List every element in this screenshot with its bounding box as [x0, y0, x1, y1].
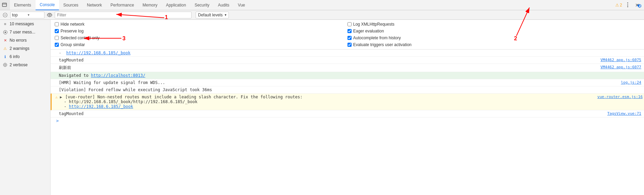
warning-entry-icon: ⚠	[53, 94, 60, 99]
log-entry-tagmounted-1: tagMounted VM4462 app.js:6075	[51, 57, 644, 64]
log-entry-hmr-content: [HMR] Waiting for update signal from WDS…	[59, 80, 618, 85]
clear-console-button[interactable]	[1, 11, 9, 19]
group-similar-option[interactable]: Group similar	[55, 42, 347, 48]
log-source-hmr[interactable]: log.js:24	[621, 80, 641, 85]
hide-network-label: Hide network	[61, 22, 84, 27]
sidebar-item-verbose-label: 2 verbose	[10, 62, 28, 67]
autocomplete-option[interactable]: Autocomplete from history	[347, 35, 640, 41]
levels-chevron-icon: ▾	[225, 13, 226, 17]
svg-rect-0	[2, 3, 6, 6]
verbose-icon	[3, 62, 8, 67]
info-icon: ℹ	[3, 54, 8, 59]
log-xml-label: Log XMLHttpRequests	[353, 22, 395, 27]
log-entry-tagmounted-2-content: tagMounted	[59, 111, 605, 116]
tab-elements[interactable]: Elements	[10, 0, 36, 10]
log-source-tagmounted-2[interactable]: TagsView.vue:71	[607, 111, 641, 116]
autocomplete-checkbox[interactable]	[347, 36, 352, 40]
all-messages-icon: ≡	[3, 22, 8, 26]
sidebar-item-all[interactable]: ≡ 10 messages	[0, 20, 50, 28]
eager-eval-label: Eager evaluation	[353, 29, 384, 33]
tab-console[interactable]: Console	[36, 0, 59, 10]
sidebar-item-all-label: 10 messages	[10, 22, 34, 26]
log-source-vuerouter[interactable]: vue-router.esm.js:16	[597, 94, 643, 99]
sidebar-item-warnings[interactable]: ⚠ 2 warnings	[0, 44, 50, 53]
selected-context-checkbox[interactable]	[55, 36, 59, 40]
sidebar-item-user-label: 7 user mess...	[10, 30, 35, 34]
context-chevron-icon: ▾	[28, 13, 43, 17]
hide-network-checkbox[interactable]	[55, 22, 59, 26]
tab-audits[interactable]: Audits	[214, 0, 234, 10]
main-area: ≡ 10 messages 7 user mess... ✕ No errors…	[0, 20, 644, 195]
group-similar-label: Group similar	[61, 42, 85, 47]
eager-eval-option[interactable]: Eager evaluation	[347, 28, 640, 34]
errors-icon: ✕	[3, 38, 8, 43]
log-xml-checkbox[interactable]	[347, 22, 352, 26]
console-log-area[interactable]: - http://192.168.6.185/_book tagMounted …	[51, 50, 644, 195]
sidebar-item-errors[interactable]: ✕ No errors	[0, 36, 50, 44]
log-entry-refresh: 刷新前 VM4462 app.js:6077	[51, 64, 644, 72]
log-levels-dropdown[interactable]: Default levels ▾	[196, 12, 229, 18]
tab-security[interactable]: Security	[190, 0, 214, 10]
sidebar: ≡ 10 messages 7 user mess... ✕ No errors…	[0, 20, 51, 195]
evaluate-triggers-option[interactable]: Evaluate triggers user activation	[347, 42, 640, 48]
more-options-button[interactable]: ⋮	[623, 1, 632, 9]
sidebar-item-user[interactable]: 7 user mess...	[0, 28, 50, 36]
selected-context-label: Selected context only	[61, 36, 100, 40]
hide-network-option[interactable]: Hide network	[55, 21, 347, 27]
tab-sources[interactable]: Sources	[59, 0, 83, 10]
log-entry-vuerouter-content: ▶ [vue-router] Non-nested routes must in…	[60, 94, 595, 109]
group-similar-checkbox[interactable]	[55, 43, 59, 47]
svg-point-4	[49, 14, 50, 15]
log-entry-violation: [Violation] Forced reflow while executin…	[51, 86, 644, 94]
tab-icons-area: ⚠ 2 ⋮ ✕	[613, 0, 644, 10]
eager-eval-checkbox[interactable]	[347, 29, 352, 33]
warnings-icon: ⚠	[3, 46, 8, 51]
tab-vue[interactable]: Vue	[234, 0, 250, 10]
svg-point-7	[3, 63, 7, 67]
log-entry-tagmounted-2: tagMounted TagsView.vue:71	[51, 110, 644, 117]
warning-icon: ⚠	[615, 3, 619, 8]
log-link-localhost[interactable]: http://localhost:8013/	[91, 73, 145, 78]
expand-arrow-icon[interactable]: ▶	[60, 95, 62, 99]
tab-memory[interactable]: Memory	[139, 0, 162, 10]
options-left: Hide network Preserve log Selected conte…	[55, 21, 347, 48]
log-vuerouter-sub: - http:/192.168.6.185/_book/http://192.1…	[60, 99, 595, 109]
console-prompt[interactable]: >	[51, 117, 644, 124]
sidebar-item-verbose[interactable]: 2 verbose	[0, 61, 50, 69]
undock-icon	[2, 2, 8, 8]
warning-count: 2	[620, 3, 622, 8]
log-entry-vuerouter: ⚠ ▶ [vue-router] Non-nested routes must …	[51, 94, 644, 110]
context-selector[interactable]: top ▾	[10, 12, 44, 18]
tab-performance[interactable]: Performance	[106, 0, 139, 10]
filter-input[interactable]	[55, 12, 192, 18]
options-right: Log XMLHttpRequests Eager evaluation Aut…	[347, 21, 640, 48]
log-entry-url-top: - http://192.168.6.185/_book	[51, 50, 644, 57]
log-source-refresh[interactable]: VM4462 app.js:6077	[601, 65, 641, 69]
log-source-tagmounted-1[interactable]: VM4462 app.js:6075	[601, 57, 641, 62]
log-entry-violation-content: [Violation] Forced reflow while executin…	[59, 87, 641, 93]
tab-undock[interactable]	[0, 0, 10, 10]
console-toolbar: top ▾ Default levels ▾	[0, 10, 644, 20]
right-panel: Hide network Preserve log Selected conte…	[51, 20, 644, 195]
log-xml-option[interactable]: Log XMLHttpRequests	[347, 21, 640, 27]
preserve-log-checkbox[interactable]	[55, 29, 59, 33]
settings-gear-button[interactable]	[634, 1, 643, 10]
console-options: Hide network Preserve log Selected conte…	[51, 20, 644, 50]
log-entry-refresh-content: 刷新前	[59, 65, 598, 71]
eye-icon	[47, 13, 52, 17]
tab-application[interactable]: Application	[162, 0, 190, 10]
context-value: top	[12, 13, 27, 17]
eye-button[interactable]	[46, 11, 53, 19]
user-messages-icon	[3, 30, 8, 34]
log-entry-navigated-content: Navigated to http://localhost:8013/	[59, 73, 641, 78]
sidebar-item-errors-label: No errors	[10, 38, 27, 43]
log-link-book2[interactable]: http://192.168.6.185/_book	[69, 104, 133, 109]
warning-badge[interactable]: ⚠ 2	[615, 3, 622, 8]
selected-context-option[interactable]: Selected context only	[55, 35, 347, 41]
clear-icon	[3, 13, 8, 17]
sidebar-item-info[interactable]: ℹ 6 info	[0, 53, 50, 61]
tab-network[interactable]: Network	[83, 0, 106, 10]
preserve-log-option[interactable]: Preserve log	[55, 28, 347, 34]
evaluate-triggers-checkbox[interactable]	[347, 43, 352, 47]
log-link-book1[interactable]: http://192.168.6.185/_book	[66, 51, 131, 55]
